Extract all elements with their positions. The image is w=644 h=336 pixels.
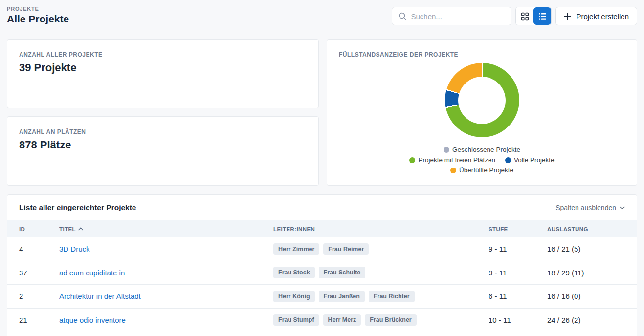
list-icon bbox=[538, 13, 547, 20]
leader-chip: Frau Janßen bbox=[319, 291, 365, 302]
column-header-label: ID bbox=[19, 226, 25, 232]
column-header-stufe[interactable]: STUFE bbox=[489, 226, 547, 232]
create-project-label: Projekt erstellen bbox=[576, 12, 629, 21]
leader-chip: Frau Stock bbox=[273, 267, 315, 278]
search-input[interactable] bbox=[411, 12, 508, 21]
breadcrumb: PROJEKTE bbox=[7, 6, 69, 12]
table-body: 43D DruckHerr ZimmerFrau Reimer9 - 1116 … bbox=[7, 237, 637, 332]
legend-label: Geschlossene Projekte bbox=[452, 146, 520, 153]
leader-chip: Frau Reimer bbox=[323, 243, 369, 255]
legend-item[interactable]: Volle Projekte bbox=[505, 156, 555, 164]
column-header-label: LEITER:INNEN bbox=[273, 226, 315, 232]
toolbar: Projekt erstellen bbox=[392, 7, 637, 25]
chart-area: Geschlossene ProjekteProjekte mit freien… bbox=[339, 58, 625, 174]
legend-label: Volle Projekte bbox=[514, 156, 555, 164]
columns-menu-label: Spalten ausblenden bbox=[555, 204, 616, 211]
leader-chip: Herr König bbox=[273, 291, 315, 302]
stat-value: 39 Projekte bbox=[19, 62, 307, 74]
stat-label: ANZAHL AN PLÄTZEN bbox=[19, 128, 307, 135]
leader-chip: Frau Brückner bbox=[365, 314, 416, 326]
cell-titel: 3D Druck bbox=[59, 245, 273, 253]
list-view-button[interactable] bbox=[533, 7, 551, 25]
cell-titel: atque odio inventore bbox=[59, 316, 273, 324]
cell-stufe: 6 - 11 bbox=[489, 292, 547, 300]
cell-stufe: 9 - 11 bbox=[489, 269, 547, 277]
search-box[interactable] bbox=[392, 7, 511, 25]
sort-asc-icon bbox=[78, 227, 83, 231]
column-header-titel[interactable]: TITEL bbox=[59, 226, 273, 232]
table-row: 2Architektur in der AltstadtHerr KönigFr… bbox=[7, 285, 637, 309]
project-title-link[interactable]: 3D Druck bbox=[59, 245, 90, 253]
column-header-leiter-innen[interactable]: LEITER:INNEN bbox=[273, 226, 489, 232]
legend-dot bbox=[444, 147, 449, 153]
legend-item[interactable]: Projekte mit freien Plätzen bbox=[409, 156, 495, 164]
cell-leiter: Herr KönigFrau JanßenFrau Richter bbox=[273, 291, 489, 302]
cell-leiter: Frau StockFrau Schulte bbox=[273, 267, 489, 278]
column-header-id[interactable]: ID bbox=[19, 226, 59, 232]
donut-hole bbox=[458, 77, 506, 124]
table-row: 37ad eum cupiditate inFrau StockFrau Sch… bbox=[7, 261, 637, 285]
table-title: Liste aller eingereichter Projekte bbox=[19, 203, 136, 212]
leader-chip: Frau Richter bbox=[369, 291, 415, 302]
table-title-bar: Liste aller eingereichter Projekte Spalt… bbox=[7, 195, 637, 220]
columns-menu-button[interactable]: Spalten ausblenden bbox=[555, 204, 625, 211]
legend-dot bbox=[409, 157, 415, 163]
cell-leiter: Herr ZimmerFrau Reimer bbox=[273, 243, 489, 255]
chart-card-label: FÜLLSTANDSANZEIGE DER PROJEKTE bbox=[339, 51, 625, 58]
project-title-link[interactable]: ad eum cupiditate in bbox=[59, 269, 125, 277]
cards-section: ANZAHL ALLER PROJEKTE 39 Projekte ANZAHL… bbox=[7, 39, 637, 186]
leader-chip: Herr Zimmer bbox=[273, 243, 319, 255]
cell-id: 37 bbox=[19, 269, 59, 277]
column-header-label: TITEL bbox=[59, 226, 76, 232]
view-toggle bbox=[515, 7, 552, 25]
leader-chip: Herr Merz bbox=[323, 314, 361, 326]
legend-label: Projekte mit freien Plätzen bbox=[418, 156, 495, 164]
legend-label: Überfüllte Projekte bbox=[459, 167, 513, 174]
stat-cards-column: ANZAHL ALLER PROJEKTE 39 Projekte ANZAHL… bbox=[7, 39, 319, 186]
cell-auslastung: 16 / 16 (0) bbox=[547, 292, 625, 300]
legend-dot bbox=[450, 168, 456, 173]
projects-table-card: Liste aller eingereichter Projekte Spalt… bbox=[7, 194, 637, 336]
donut-chart[interactable] bbox=[445, 63, 519, 137]
legend-dot bbox=[505, 157, 511, 163]
cell-titel: Architektur in der Altstadt bbox=[59, 292, 273, 300]
project-title-link[interactable]: atque odio inventore bbox=[59, 316, 126, 324]
cell-id: 2 bbox=[19, 292, 59, 300]
grid-icon bbox=[521, 12, 529, 21]
cell-id: 4 bbox=[19, 245, 59, 253]
legend-item[interactable]: Überfüllte Projekte bbox=[450, 167, 513, 174]
cell-auslastung: 18 / 29 (11) bbox=[547, 269, 625, 277]
cell-stufe: 9 - 11 bbox=[489, 245, 547, 253]
table-row: 21atque odio inventoreFrau StumpfHerr Me… bbox=[7, 309, 637, 333]
cell-stufe: 10 - 11 bbox=[489, 316, 547, 324]
top-bar: PROJEKTE Alle Projekte bbox=[0, 0, 644, 29]
plus-icon bbox=[564, 13, 571, 20]
stat-card-projects: ANZAHL ALLER PROJEKTE 39 Projekte bbox=[7, 39, 319, 108]
stat-value: 878 Plätze bbox=[19, 139, 307, 151]
table-header-row: IDTITELLEITER:INNENSTUFEAUSLASTUNG bbox=[7, 220, 637, 237]
table-row: 43D DruckHerr ZimmerFrau Reimer9 - 1116 … bbox=[7, 237, 637, 261]
leader-chip: Frau Schulte bbox=[319, 267, 366, 278]
page-title: Alle Projekte bbox=[7, 13, 69, 25]
stat-card-places: ANZAHL AN PLÄTZEN 878 Plätze bbox=[7, 116, 319, 186]
leader-chip: Frau Stumpf bbox=[273, 314, 319, 326]
chart-legend: Geschlossene ProjekteProjekte mit freien… bbox=[409, 146, 554, 174]
grid-view-button[interactable] bbox=[516, 7, 533, 25]
cell-leiter: Frau StumpfHerr MerzFrau Brückner bbox=[273, 314, 489, 326]
cell-auslastung: 16 / 21 (5) bbox=[547, 245, 625, 253]
create-project-button[interactable]: Projekt erstellen bbox=[555, 7, 637, 25]
cell-id: 21 bbox=[19, 316, 59, 324]
cell-titel: ad eum cupiditate in bbox=[59, 269, 273, 277]
project-title-link[interactable]: Architektur in der Altstadt bbox=[59, 292, 141, 300]
chart-card: FÜLLSTANDSANZEIGE DER PROJEKTE Geschloss… bbox=[327, 39, 637, 186]
legend-item[interactable]: Geschlossene Projekte bbox=[444, 146, 520, 153]
column-header-label: STUFE bbox=[489, 226, 508, 232]
column-header-auslastung[interactable]: AUSLASTUNG bbox=[547, 226, 625, 232]
stat-label: ANZAHL ALLER PROJEKTE bbox=[19, 51, 307, 58]
search-icon bbox=[398, 12, 407, 21]
cell-auslastung: 24 / 26 (2) bbox=[547, 316, 625, 324]
chevron-down-icon bbox=[620, 206, 625, 210]
page-heading: PROJEKTE Alle Projekte bbox=[7, 6, 69, 25]
column-header-label: AUSLASTUNG bbox=[547, 226, 588, 232]
